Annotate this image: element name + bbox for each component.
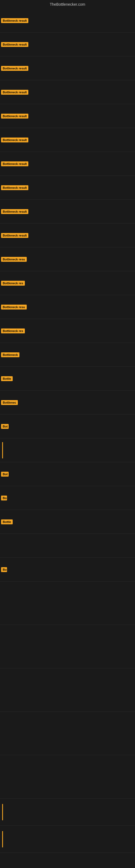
list-item: Bottleneck res [0,271,135,295]
list-item [0,799,135,826]
bottleneck-badge: Bottleneck res [1,281,25,286]
list-item: Bottleneck result [0,199,135,223]
vertical-line [2,442,3,458]
bottleneck-badge: Bottleneck result [1,161,28,166]
list-item: Bottleneck result [0,104,135,128]
vertical-line [2,804,3,820]
bottleneck-badge: Bo [1,496,7,500]
list-item: Bottleneck result [0,9,135,33]
rows-container: Bottleneck resultBottleneck resultBottle… [0,9,135,853]
bottleneck-badge: Bottle [1,376,13,381]
list-item [0,534,135,558]
bottleneck-badge: Bottleneck result [1,114,28,119]
bottleneck-badge: Bottleneck resu [1,257,27,262]
list-item: Bottle [0,510,135,534]
list-item: Bottleneck result [0,176,135,199]
bottleneck-badge: Bottleneck result [1,42,28,47]
list-item [0,438,135,462]
list-item [0,712,135,755]
list-item [0,755,135,799]
list-item: Bottleneck res [0,319,135,343]
site-title: TheBottlenecker.com [0,0,135,9]
list-item: Bottleneck resu [0,247,135,271]
list-item: Bottleneck [0,343,135,367]
list-item: Bottle [0,367,135,391]
bottleneck-badge: Bot [1,424,9,429]
bottleneck-badge: Bottleneck result [1,18,28,23]
vertical-line [2,831,3,847]
bottleneck-badge: Bottleneck [1,352,19,357]
bottleneck-badge: Bottleneck result [1,233,28,238]
list-item [0,582,135,625]
bottleneck-badge: Bottleneck resu [1,305,27,310]
list-item [0,826,135,853]
list-item: Bo [0,558,135,582]
bottleneck-badge: Bottleneck result [1,209,28,214]
list-item: Bottleneck result [0,223,135,247]
list-item: Bottleneck result [0,80,135,104]
list-item: Bo [0,486,135,510]
page-container: TheBottlenecker.com Bottleneck resultBot… [0,0,135,853]
bottleneck-badge: Bo [1,567,7,572]
list-item: Bottleneck result [0,56,135,80]
list-item: Bottleneck result [0,152,135,176]
bottleneck-badge: Bottleneck result [1,137,28,143]
list-item: Bottleneck result [0,128,135,152]
bottleneck-badge: Bot [1,472,9,476]
list-item: Bot [0,414,135,438]
list-item: Bottlenec [0,391,135,414]
bottleneck-badge: Bottleneck result [1,185,28,190]
list-item [0,669,135,712]
bottleneck-badge: Bottle [1,520,13,524]
bottleneck-badge: Bottleneck result [1,90,28,95]
list-item: Bot [0,462,135,486]
bottleneck-badge: Bottleneck res [1,329,25,333]
list-item [0,625,135,669]
list-item: Bottleneck resu [0,295,135,319]
bottleneck-badge: Bottlenec [1,400,18,405]
list-item: Bottleneck result [0,33,135,56]
bottleneck-badge: Bottleneck result [1,66,28,71]
